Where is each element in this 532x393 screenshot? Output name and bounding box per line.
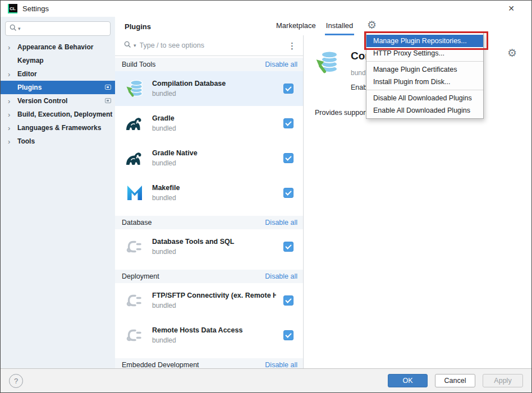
chevron-right-icon: › [8,43,17,52]
search-icon [10,24,17,34]
sidebar-item-label: Tools [17,137,35,145]
compdb-plugin-icon [125,78,145,99]
plugin-enabled-checkbox[interactable] [283,242,293,252]
plugin-row-database-tools-and-sql[interactable]: Database Tools and SQLbundled [115,229,303,264]
sidebar-item-appearance-behavior[interactable]: ›Appearance & Behavior [1,40,115,54]
menu-separator [366,61,483,62]
plugin-search-input[interactable] [139,41,286,50]
search-icon [124,40,131,50]
plugins-gear-button[interactable]: ⚙ [367,19,377,32]
sidebar-item-label: Plugins [17,84,42,91]
plugin-enabled-checkbox[interactable] [283,153,293,163]
compilation-database-plugin-icon [314,49,341,76]
sidebar-item-build-execution-deployment[interactable]: ›Build, Execution, Deployment [1,108,115,121]
plugin-list: Build ToolsDisable all Compilation Datab… [115,58,303,369]
section-header-database: DatabaseDisable all [115,216,303,229]
detail-gear-button[interactable]: ⚙ [507,47,517,59]
plugin-enabled-checkbox[interactable] [283,84,293,94]
tab-marketplace[interactable]: Marketplace [275,17,317,35]
menu-item-disable-all-downloaded-plugins[interactable]: Disable All Downloaded Plugins [366,92,483,104]
plugin-row-ftp-sftp-connectivity-ex-remote-ho[interactable]: FTP/SFTP Connectivity (ex. Remote Ho...b… [115,283,303,318]
plugin-name: Gradle Native [152,149,276,157]
gradle-plugin-icon [125,113,145,133]
chevron-right-icon: › [8,70,17,78]
section-name: Deployment [122,272,159,280]
chevron-right-icon: › [8,137,17,146]
sidebar-tree: ›Appearance & BehaviorKeymap›EditorPlugi… [1,40,115,148]
plugin-enabled-checkbox[interactable] [283,118,293,128]
sidebar-item-keymap[interactable]: Keymap [1,54,115,67]
sidebar-item-languages-frameworks[interactable]: ›Languages & Frameworks [1,121,115,135]
plug-plugin-icon [125,325,145,345]
settings-sidebar: ▾ ›Appearance & BehaviorKeymap›EditorPlu… [1,17,115,369]
ok-button[interactable]: OK [388,374,428,387]
section-name: Embedded Development [122,361,199,369]
plugin-tabs: MarketplaceInstalled [275,17,354,35]
plugin-list-panel: ▾ ⋮ Build ToolsDisable all Compilation D… [115,35,303,369]
close-icon[interactable]: ✕ [508,4,515,13]
sidebar-item-label: Appearance & Behavior [17,43,93,51]
plug-plugin-icon [125,237,145,257]
plugin-enabled-checkbox[interactable] [283,330,293,340]
disable-all-link[interactable]: Disable all [265,272,297,280]
makefile-plugin-icon [125,183,145,203]
chevron-right-icon: › [8,97,17,105]
cancel-button[interactable]: Cancel [435,374,475,387]
plugin-subtitle: bundled [152,248,276,256]
sidebar-item-plugins[interactable]: Plugins [1,81,115,94]
more-options-icon[interactable]: ⋮ [288,41,296,50]
apply-button[interactable]: Apply [483,374,523,387]
plugin-row-gradle[interactable]: Gradlebundled [115,106,303,141]
tab-installed[interactable]: Installed [325,17,354,35]
sidebar-item-label: Editor [17,70,37,78]
plugin-name: Gradle [152,114,276,122]
menu-item-install-plugin-from-disk[interactable]: Install Plugin from Disk... [366,76,483,88]
clion-logo-icon: CL [8,4,17,13]
plugin-row-remote-hosts-data-access[interactable]: Remote Hosts Data Accessbundled [115,318,303,353]
menu-item-manage-plugin-repositories[interactable]: Manage Plugin Repositories... [366,35,483,47]
plugin-row-gradle-native[interactable]: Gradle Nativebundled [115,141,303,175]
plugin-subtitle: bundled [152,159,276,167]
sidebar-item-label: Build, Execution, Deployment [17,110,112,118]
plugin-name: FTP/SFTP Connectivity (ex. Remote Ho... [152,292,276,299]
sidebar-item-label: Version Control [17,97,67,105]
sidebar-item-label: Keymap [17,57,44,64]
section-header-deployment: DeploymentDisable all [115,270,303,283]
disable-all-link[interactable]: Disable all [265,219,297,226]
chevron-right-icon: › [8,124,17,132]
section-header-embedded-development: Embedded DevelopmentDisable all [115,358,303,369]
modified-marker-icon [105,98,111,103]
settings-search-input[interactable] [22,24,106,33]
menu-item-enable-all-downloaded-plugins[interactable]: Enable All Downloaded Plugins [366,104,483,117]
search-caret-icon: ▾ [134,43,136,48]
sidebar-item-editor[interactable]: ›Editor [1,67,115,81]
plugin-subtitle: bundled [152,336,276,344]
plugin-enabled-checkbox[interactable] [283,295,293,306]
title-bar: CL Settings ✕ [1,1,531,17]
section-name: Build Tools [122,61,155,68]
section-name: Database [122,219,152,226]
plugin-enabled-checkbox[interactable] [283,188,293,198]
menu-item-manage-plugin-certificates[interactable]: Manage Plugin Certificates [366,63,483,76]
page-title: Plugins [125,22,151,31]
menu-item-http-proxy-settings[interactable]: HTTP Proxy Settings... [366,47,483,59]
chevron-right-icon: › [8,110,17,119]
help-button[interactable]: ? [9,374,23,388]
window-title: Settings [22,4,49,13]
settings-window: CL Settings ✕ ▾ ›Appearance & BehaviorKe… [0,0,532,393]
search-caret-icon: ▾ [18,26,21,31]
plugin-subtitle: bundled [152,124,276,132]
sidebar-item-label: Languages & Frameworks [17,124,101,132]
gear-menu: Manage Plugin Repositories...HTTP Proxy … [366,33,484,119]
sidebar-item-tools[interactable]: ›Tools [1,135,115,148]
sidebar-item-version-control[interactable]: ›Version Control [1,94,115,108]
plugin-name: Makefile [152,184,276,192]
plugin-subtitle: bundled [152,90,276,98]
disable-all-link[interactable]: Disable all [265,361,297,369]
plugin-row-compilation-database[interactable]: Compilation Databasebundled [115,71,303,106]
settings-search-box[interactable]: ▾ [5,21,111,36]
plugin-row-makefile[interactable]: Makefilebundled [115,175,303,210]
plugin-search-row: ▾ ⋮ [115,35,303,56]
disable-all-link[interactable]: Disable all [265,61,297,68]
footer-bar: ? OK Cancel Apply [1,368,531,392]
